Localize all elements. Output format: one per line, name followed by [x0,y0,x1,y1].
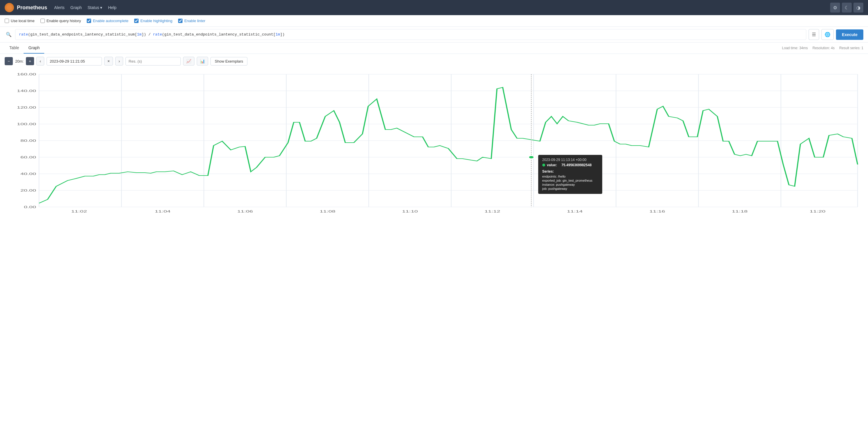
use-local-time-label: Use local time [11,19,35,23]
time-clear-btn[interactable]: × [104,57,113,65]
enable-highlighting-label: Enable highlighting [140,19,172,23]
nav-links: Alerts Graph Status ▾ Help [54,4,117,11]
enable-query-history-checkbox[interactable] [40,19,45,23]
svg-text:11:08: 11:08 [320,210,335,213]
svg-text:140.00: 140.00 [17,89,36,93]
datetime-input[interactable] [46,57,102,65]
svg-text:11:10: 11:10 [402,210,418,213]
chart-svg: 160.00 140.00 120.00 100.00 80.00 60.00 … [5,71,863,217]
navbar-right-icons: ⚙ ☾ ◑ [830,3,863,12]
enable-autocomplete-checkbox[interactable] [87,19,91,23]
query-duration1: 1m [137,32,142,37]
svg-text:0.00: 0.00 [24,205,36,209]
query-bar: 🔍 rate(gin_test_data_endpoints_lantency_… [0,27,868,42]
show-exemplars-btn[interactable]: Show Exemplars [211,57,248,65]
svg-text:20.00: 20.00 [20,189,36,192]
tab-graph[interactable]: Graph [24,42,44,54]
query-input-display[interactable]: rate(gin_test_data_endpoints_lantency_st… [15,29,806,40]
enable-linter-label: Enable linter [184,19,205,23]
svg-text:60.00: 60.00 [20,155,36,159]
query-globe-btn[interactable]: 🌐 [822,29,834,40]
settings-icon-btn[interactable]: ⚙ [830,3,840,12]
result-series: Result series: 1 [839,46,863,50]
theme-moon-icon-btn[interactable]: ☾ [842,3,852,12]
tab-table[interactable]: Table [5,42,24,54]
svg-text:40.00: 40.00 [20,172,36,176]
resolution: Resolution: 4s [812,46,835,50]
enable-query-history-option[interactable]: Enable query history [40,19,81,23]
tooltip-dot-chart [529,156,534,159]
query-keyword-rate1: rate [19,32,28,37]
svg-text:11:14: 11:14 [567,210,583,213]
time-prev-btn[interactable]: ‹ [36,57,44,65]
nav-graph[interactable]: Graph [70,4,82,11]
brand-name: Prometheus [17,5,47,11]
query-duration2: 1m [276,32,280,37]
time-next-btn[interactable]: › [115,57,123,65]
enable-linter-checkbox[interactable] [178,19,183,23]
graph-controls: − 20m: + ‹ × › 📈 📊 Show Exemplars [0,54,868,68]
query-paren2: ]) [142,32,146,37]
query-paren1: (gin_test_data_endpoints_lantency_statis… [28,32,137,37]
options-bar: Use local time Enable query history Enab… [0,15,868,27]
svg-text:11:06: 11:06 [237,210,253,213]
enable-linter-option[interactable]: Enable linter [178,19,205,23]
nav-help[interactable]: Help [108,4,117,11]
svg-text:160.00: 160.00 [17,72,36,76]
svg-text:11:20: 11:20 [810,210,826,213]
svg-text:11:04: 11:04 [155,210,171,213]
tab-meta: Load time: 34ms Resolution: 4s Result se… [782,46,863,50]
enable-highlighting-option[interactable]: Enable highlighting [134,19,172,23]
navbar: Prometheus Alerts Graph Status ▾ Help ⚙ … [0,0,868,15]
svg-text:11:02: 11:02 [71,210,87,213]
enable-autocomplete-option[interactable]: Enable autocomplete [87,19,128,23]
enable-query-history-label: Enable query history [46,19,81,23]
query-options-btn[interactable]: ☰ [809,29,819,40]
svg-text:120.00: 120.00 [17,106,36,110]
svg-text:11:16: 11:16 [649,210,665,213]
nav-alerts[interactable]: Alerts [54,4,65,11]
search-icon: 🔍 [5,31,13,38]
duration-plus-btn[interactable]: + [26,57,34,65]
execute-button[interactable]: Execute [836,29,863,40]
theme-contrast-icon-btn[interactable]: ◑ [854,3,863,12]
chart-line [39,87,858,203]
use-local-time-option[interactable]: Use local time [5,19,35,23]
query-paren4: ]) [280,32,285,37]
chart-container: 160.00 140.00 120.00 100.00 80.00 60.00 … [0,68,868,226]
svg-text:11:12: 11:12 [485,210,500,213]
prometheus-logo [5,3,14,12]
query-keyword-rate2: rate [153,32,162,37]
svg-text:11:18: 11:18 [732,210,747,213]
stacked-chart-icon-btn[interactable]: 📊 [197,57,208,65]
enable-autocomplete-label: Enable autocomplete [93,19,128,23]
line-chart-icon-btn[interactable]: 📈 [183,57,194,65]
svg-text:80.00: 80.00 [20,139,36,143]
duration-label: 20m: [15,59,24,63]
svg-text:100.00: 100.00 [17,122,36,126]
enable-highlighting-checkbox[interactable] [134,19,138,23]
resolution-input[interactable] [125,57,181,65]
nav-status[interactable]: Status ▾ [88,4,102,11]
use-local-time-checkbox[interactable] [5,19,9,23]
tabs-bar: Table Graph Load time: 34ms Resolution: … [0,42,868,54]
duration-minus-btn[interactable]: − [5,57,13,65]
load-time: Load time: 34ms [782,46,808,50]
query-paren3: (gin_test_data_endpoints_lantency_statis… [162,32,276,37]
